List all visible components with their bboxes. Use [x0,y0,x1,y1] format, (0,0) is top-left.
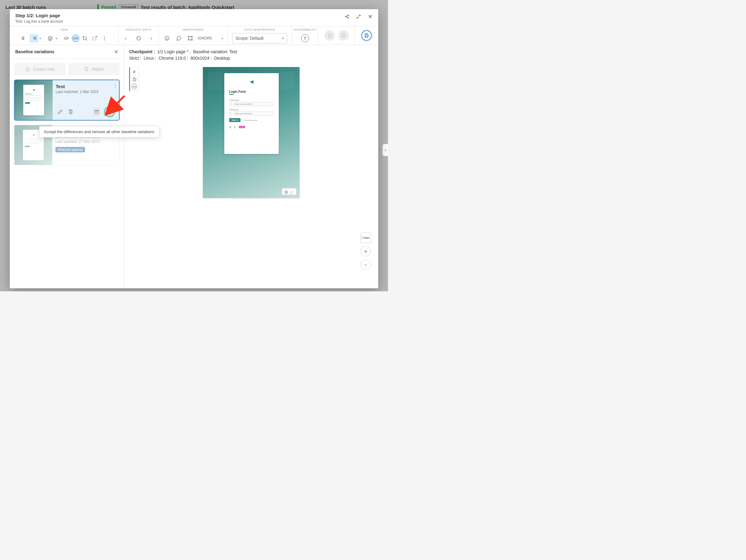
variation-last-matched: Last matched: 1 Mar 2024 [56,90,116,94]
preview-area: Checkpoint| 1/2 Login page *| Baseline v… [124,45,378,288]
accessibility-icon[interactable] [301,34,309,42]
modal-subtitle: Test: Log into a bank account [15,19,63,24]
ab-mini-icon[interactable]: A/B [132,84,137,89]
next-diff[interactable]: › [147,34,156,43]
zoom-out[interactable]: － [361,259,371,270]
password-label: Password [229,109,274,111]
svg-point-17 [104,39,105,40]
refresh-region-icon[interactable] [90,34,99,43]
lock-icon [229,112,232,115]
variation-name: Test [56,84,116,89]
create-new-button: Create new [14,63,66,75]
thumbsup-disabled [324,30,335,41]
thumbsup-icon[interactable] [132,77,137,82]
username-label: Username [229,99,274,101]
issue-icon[interactable] [163,34,171,43]
svg-point-16 [104,38,105,39]
username-field [233,102,274,106]
trash-icon[interactable] [67,108,74,115]
twitter-icon: 𝕏 [229,126,232,128]
svg-line-3 [346,16,348,17]
diff-label: HIGHLIGHT DIFFS [125,26,151,32]
share-icon[interactable] [345,14,349,19]
svg-rect-33 [95,110,98,111]
sidebar-title: Baseline variations [15,49,54,54]
svg-point-21 [167,39,168,40]
view-mode-overlay[interactable] [30,34,38,43]
matched-against-badge: Matched against [55,147,85,152]
signin-button: Sign in [229,118,240,122]
a11y-label: ACCESSIBILITY [294,26,316,32]
password-field [233,111,274,116]
save-button[interactable] [362,30,372,41]
breadcrumb: Checkpoint| 1/2 Login page *| Baseline v… [129,49,373,61]
svg-rect-29 [366,36,368,37]
svg-point-27 [305,37,305,37]
target-diff-icon[interactable] [134,34,143,43]
svg-rect-14 [93,37,96,40]
layers-icon[interactable] [46,34,54,43]
expand-icon[interactable] [356,14,361,19]
accept-tooltip: Accept the differences and remove all ot… [39,126,159,137]
not-equal-icon[interactable]: ≠ [132,69,137,75]
view-label: VIEW [60,26,68,32]
social-gradient-icon [239,126,245,128]
toolbar: VIEW ▾ ▾ A/B HIGHLIGHT DIFFS ‹ › [10,26,378,45]
checkpoint-screenshot: ◀ Login Form Username Password Sign in ☐… [203,67,299,198]
comment-icon[interactable] [174,34,183,43]
close-sidebar-icon[interactable] [114,50,118,54]
variation-kebab-icon[interactable]: ⋮ [113,83,118,88]
svg-rect-32 [95,111,98,113]
home-icon[interactable]: ⌂ [290,189,294,194]
modal-title: Step 1/2: Login page [15,13,63,18]
code-icon[interactable] [62,34,71,43]
variation-card-test[interactable]: ◀ Login Form ⋮ Test Last matched: 1 Mar … [14,80,120,120]
view-mode-side-by-side[interactable] [20,34,28,43]
app-logo-icon: ◀ [229,79,274,84]
thumbsdown-disabled [338,30,349,41]
facebook-icon: f [234,126,237,128]
step-editor-modal: Step 1/2: Login page Test: Log into a ba… [10,9,378,288]
user-icon [229,103,232,106]
prev-diff[interactable]: ‹ [121,34,130,43]
edit-icon[interactable] [57,108,64,115]
scope-dropdown[interactable]: Scope: Default ▾ [232,33,287,44]
baseline-variations-sidebar: Baseline variations Create new Reject [10,45,124,288]
svg-rect-28 [366,34,368,35]
variation-thumbnail: ◀ Login Form [15,80,53,120]
checkpoint-strip: ≠ A/B [129,67,139,91]
zoom-reset[interactable]: ⛶100% [361,232,371,243]
svg-line-4 [346,17,348,18]
login-form-title: Login Form [229,90,274,93]
accept-variation-button[interactable] [104,107,115,117]
zoom-in[interactable]: ＋ [361,246,371,256]
expand-side-panel[interactable]: › [382,144,388,156]
ignore-label[interactable]: IGNORE [198,36,212,40]
gear-icon[interactable]: ⚙ [284,189,288,194]
archive-icon[interactable] [93,108,101,116]
automaint-label: AUTO MAINTENANCE [244,26,275,32]
remember-label: Remember Me [245,119,257,121]
variation-last-updated: Last updated: 27 Nov 2023 [55,140,116,144]
kebab-icon[interactable] [100,34,109,43]
svg-rect-22 [189,37,192,40]
close-icon[interactable] [368,14,373,19]
ab-toggle[interactable]: A/B [72,35,79,42]
region-icon[interactable] [186,34,195,43]
annotations-label: ANNOTATIONS [182,26,203,32]
crop-icon[interactable] [81,34,89,43]
reject-button: Reject [68,63,120,75]
svg-point-15 [104,36,105,37]
